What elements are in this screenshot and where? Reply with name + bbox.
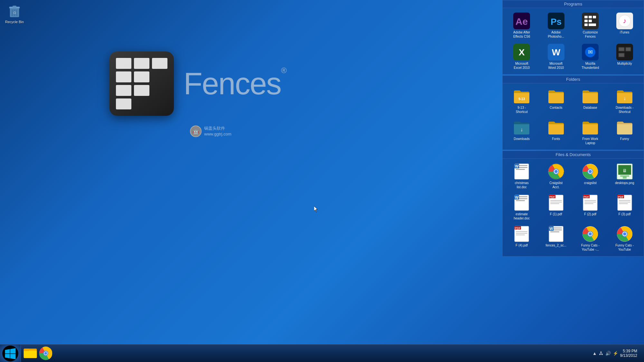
f4-pdf-item[interactable]: PDF F (4).pdf (506, 224, 538, 253)
fence-cell (152, 58, 167, 69)
fence-cell (116, 71, 131, 82)
customize-fences-item[interactable]: CustomizeFences (574, 11, 606, 40)
svg-rect-76 (584, 202, 596, 202)
svg-rect-70 (550, 202, 562, 202)
folder-downloads-shortcut-label: Downloads -Shortcut (616, 106, 634, 114)
fences2-item[interactable]: W fences_2_sc... (540, 224, 572, 253)
fence-cell-empty (134, 98, 149, 109)
mozilla-thunderbird-item[interactable]: ✉ MozillaThunderbird (574, 42, 606, 71)
funny-cats-youtube2-icon (616, 226, 633, 242)
mouse-cursor (314, 206, 318, 212)
taskbar-explorer-icon[interactable] (23, 346, 38, 361)
adobe-photoshop-icon: Ps (548, 13, 564, 29)
svg-point-99 (589, 232, 592, 236)
funny-cats-youtube1-item[interactable]: Funny Cats -YouTube -... (574, 224, 606, 253)
folders-panel-content: 9-13 9-13 -Shortcut Contacts (503, 83, 644, 150)
fences-logo: Fences ® (109, 51, 287, 116)
svg-rect-81 (619, 200, 630, 201)
multiplicity-item[interactable]: Multiplicity (609, 42, 641, 71)
folder-database-item[interactable]: Database (574, 87, 606, 115)
svg-text:9-13: 9-13 (518, 97, 525, 101)
customize-fences-icon (582, 13, 599, 29)
svg-rect-82 (619, 202, 630, 202)
start-button[interactable] (0, 345, 21, 362)
microsoft-excel-item[interactable]: X MicrosoftExcel 2010 (506, 42, 538, 71)
adobe-photoshop-item[interactable]: Ps AdobePhotosho... (540, 11, 572, 40)
folder-from-work-laptop-item[interactable]: From WorkLaptop (574, 118, 606, 146)
craigslist-acct-label: CraigslistAcct. (549, 181, 563, 189)
f4-pdf-icon: PDF (513, 226, 530, 242)
svg-rect-3 (13, 6, 16, 7)
folder-downloads-shortcut-item[interactable]: ↓ Downloads -Shortcut (609, 87, 641, 115)
craigslist-acct-icon (548, 163, 564, 180)
itunes-item[interactable]: ♪ iTunes (609, 11, 641, 40)
taskbar: ▲ 🖧 🔊 ⚡ 5:39 PM 9/13/2012 (0, 344, 644, 362)
f3-pdf-label: F (3).pdf (619, 212, 631, 216)
desktops-png-item[interactable]: 🖥 desktops.png (609, 162, 641, 190)
svg-text:♻: ♻ (13, 11, 16, 15)
system-clock[interactable]: 5:39 PM 9/13/2012 (620, 349, 637, 358)
microsoft-excel-label: MicrosoftExcel 2010 (514, 61, 530, 70)
folder-funny-icon (616, 119, 633, 136)
f1-pdf-item[interactable]: PDF F (1).pdf (540, 193, 572, 222)
f3-pdf-item[interactable]: PDF F (3).pdf (609, 193, 641, 222)
folder-downloads-item[interactable]: ↓ Downloads (506, 118, 538, 146)
svg-rect-77 (584, 203, 593, 204)
svg-rect-16 (584, 20, 588, 22)
microsoft-word-item[interactable]: W MicrosoftWord 2010 (540, 42, 572, 71)
tray-arrow-icon[interactable]: ▲ (592, 351, 597, 356)
svg-text:X: X (519, 47, 525, 57)
watermark: 🤖 锅盖头软件 www.ggtrj.com (190, 125, 232, 137)
taskbar-chrome-icon[interactable] (38, 346, 53, 361)
funny-cats-youtube2-label: Funny Cats -YouTube (615, 243, 634, 252)
funny-cats-youtube1-label: Funny Cats -YouTube -... (581, 243, 600, 252)
svg-point-50 (554, 170, 558, 173)
fence-cell-empty (152, 85, 167, 96)
multiplicity-label: Multiplicity (617, 61, 632, 66)
recycle-bin-icon[interactable]: ♻ Recycle Bin (2, 2, 27, 25)
svg-text:PDF: PDF (618, 195, 624, 199)
mozilla-thunderbird-label: MozillaThunderbird (582, 61, 599, 70)
craigslist-acct-item[interactable]: CraigslistAcct. (540, 162, 572, 190)
svg-rect-63 (516, 200, 525, 201)
folder-913-item[interactable]: 9-13 9-13 -Shortcut (506, 87, 538, 115)
watermark-line2: www.ggtrj.com (204, 131, 232, 137)
folder-from-work-laptop-icon (582, 119, 599, 136)
fence-cell (134, 71, 149, 82)
tray-power-icon[interactable]: ⚡ (613, 351, 618, 356)
funny-cats-youtube1-icon (582, 226, 599, 242)
folder-fonts-label: Fonts (552, 137, 560, 141)
f2-pdf-label: F (2).pdf (584, 212, 596, 216)
folder-fonts-item[interactable]: Fonts (540, 118, 572, 146)
adobe-after-effects-item[interactable]: Ae Adobe AfterEffects CS6 (506, 11, 538, 40)
svg-rect-83 (619, 203, 628, 204)
multiplicity-icon (616, 44, 633, 60)
tray-network-icon[interactable]: 🖧 (599, 351, 603, 356)
itunes-icon: ♪ (616, 13, 633, 29)
folder-funny-item[interactable]: Funny (609, 118, 641, 146)
tray-volume-icon[interactable]: 🔊 (605, 351, 611, 356)
christmas-list-item[interactable]: W christmaslist.doc (506, 162, 538, 190)
folder-contacts-label: Contacts (550, 106, 562, 110)
files-docs-panel-header: Files & Documents (503, 151, 644, 159)
watermark-text: 锅盖头软件 www.ggtrj.com (204, 125, 232, 137)
watermark-line1: 锅盖头软件 (204, 125, 232, 131)
svg-text:W: W (515, 195, 519, 200)
fences-brand-text: Fences ® (184, 66, 287, 101)
f2-pdf-item[interactable]: PDF F (2).pdf (574, 193, 606, 222)
folder-contacts-item[interactable]: Contacts (540, 87, 572, 115)
funny-cats-youtube2-item[interactable]: Funny Cats -YouTube (609, 224, 641, 253)
desktops-png-icon: 🖥 (616, 163, 633, 180)
files-docs-panel-content: W christmaslist.doc (503, 159, 644, 256)
microsoft-excel-icon: X (513, 44, 530, 60)
svg-text:W: W (552, 47, 561, 57)
craigslist-item[interactable]: craigslist (574, 162, 606, 190)
svg-rect-107 (24, 349, 29, 351)
folder-913-icon: 9-13 (513, 88, 530, 105)
folder-downloads-shortcut-icon: ↓ (616, 88, 633, 105)
svg-text:↓: ↓ (520, 127, 523, 132)
estimate-header-item[interactable]: W estimateheader.doc (506, 193, 538, 222)
taskbar-icons (21, 345, 55, 362)
clock-time: 5:39 PM (620, 349, 637, 353)
svg-text:Ps: Ps (551, 17, 562, 27)
